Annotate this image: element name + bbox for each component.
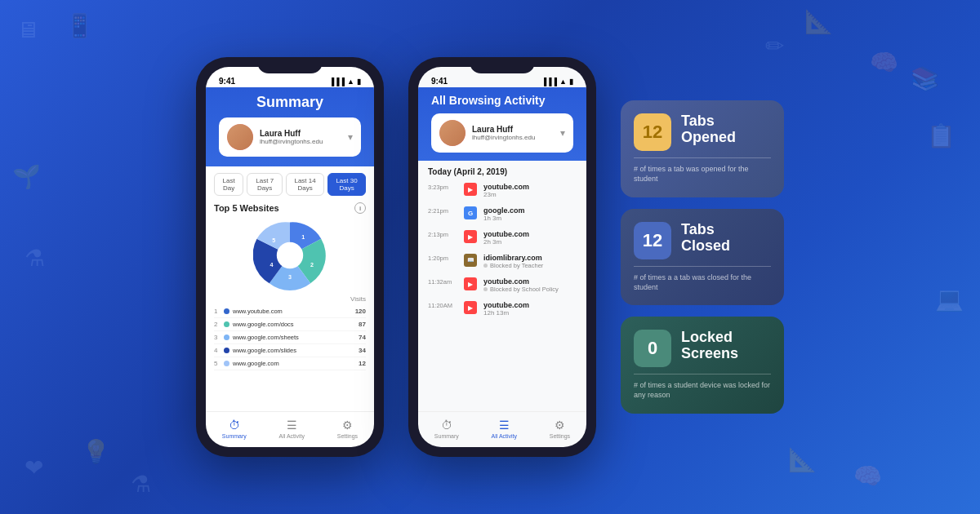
- visits-header: Visits: [214, 295, 366, 303]
- summary-nav-icon: ⏱: [229, 419, 240, 432]
- main-container: 9:41 ▐▐▐ ▲ ▮ Summary Laura Huff lhuff@ir…: [0, 0, 980, 514]
- summary-header: Summary Laura Huff lhuff@irvingtonhs.edu…: [206, 87, 374, 166]
- nav-summary-1[interactable]: ⏱ Summary: [222, 419, 247, 439]
- chart-section-title: Top 5 Websites i: [214, 202, 366, 214]
- activity-icon-2: ▶: [464, 230, 477, 243]
- user-name-1: Laura Huff: [260, 129, 341, 138]
- user-email-1: lhuff@irvingtonhs.edu: [260, 138, 341, 145]
- locked-screens-title: LockedScreens: [681, 330, 771, 362]
- divider-3: [634, 374, 771, 374]
- phone-notch-2: [470, 57, 535, 73]
- summary-title: Summary: [219, 94, 361, 111]
- activity-time-4: 11:32am: [428, 277, 457, 286]
- avatar-1: [227, 124, 253, 150]
- user-name-2: Laura Huff: [472, 125, 554, 134]
- activity-row-4: 11:32am ▶ youtube.com Blocked by School …: [428, 277, 577, 293]
- tabs-opened-number: 12: [634, 113, 671, 151]
- nav-activity-1[interactable]: ☰ All Activity: [279, 419, 305, 439]
- status-icons-1: ▐▐▐ ▲ ▮: [329, 78, 361, 86]
- activity-info-0: youtube.com 23m: [483, 183, 577, 198]
- activity-info-4: youtube.com Blocked by School Policy: [483, 277, 577, 293]
- activity-time-3: 1:20pm: [428, 254, 457, 262]
- block-dot-4: [483, 287, 488, 291]
- summary-nav-icon-2: ⏱: [441, 419, 452, 432]
- activity-info-1: google.com 1h 3m: [483, 206, 577, 222]
- nav-settings-1[interactable]: ⚙ Settings: [337, 419, 358, 439]
- chevron-down-icon-1: ▾: [348, 131, 353, 143]
- activity-time-2: 2:13pm: [428, 230, 457, 238]
- settings-nav-icon-2: ⚙: [555, 419, 565, 432]
- locked-screens-number: 0: [634, 330, 671, 367]
- tabs-opened-content: 12 TabsOpened: [634, 113, 771, 151]
- summary-content: Top 5 Websites i: [206, 202, 374, 411]
- bottom-nav-2: ⏱ Summary ☰ All Activity ⚙ Settings: [418, 411, 586, 447]
- block-indicator-4: Blocked by School Policy: [483, 286, 577, 293]
- svg-point-0: [277, 242, 303, 268]
- nav-settings-2[interactable]: ⚙ Settings: [550, 419, 570, 439]
- locked-screens-card: 0 LockedScreens # of times a student dev…: [621, 317, 784, 413]
- status-bar-1: 9:41 ▐▐▐ ▲ ▮: [206, 72, 374, 87]
- locked-screens-content: 0 LockedScreens: [634, 330, 771, 367]
- tabs-opened-title: TabsOpened: [681, 113, 771, 146]
- activity-time-5: 11:20AM: [428, 301, 457, 309]
- activity-title: All Browsing Activity: [431, 94, 573, 107]
- activity-row-2: 2:13pm ▶ youtube.com 2h 3m: [428, 230, 577, 246]
- tabs-closed-number: 12: [634, 222, 671, 259]
- activity-row-1: 2:21pm G google.com 1h 3m: [428, 206, 577, 222]
- settings-nav-icon: ⚙: [342, 419, 353, 432]
- status-time-2: 9:41: [431, 77, 448, 86]
- status-icons-2: ▐▐▐ ▲ ▮: [541, 78, 573, 86]
- visit-row-3: 3 www.google.com/sheets 74: [214, 331, 366, 344]
- activity-date: Today (April 2, 2019): [428, 167, 577, 176]
- phone-summary: 9:41 ▐▐▐ ▲ ▮ Summary Laura Huff lhuff@ir…: [196, 57, 384, 457]
- locked-screens-desc: # of times a student device was locked f…: [634, 381, 771, 400]
- wifi-icon: ▲: [347, 78, 354, 86]
- nav-activity-2[interactable]: ☰ All Activity: [492, 419, 518, 439]
- pie-chart: 1 2 3 4 5: [253, 219, 327, 292]
- battery-icon: ▮: [357, 78, 361, 86]
- user-card-2[interactable]: Laura Huff lhuff@irvingtonhs.edu ▾: [431, 113, 573, 153]
- phone-activity: 9:41 ▐▐▐ ▲ ▮ All Browsing Activity Laura…: [408, 57, 596, 457]
- phone-screen-activity: 9:41 ▐▐▐ ▲ ▮ All Browsing Activity Laura…: [418, 67, 586, 447]
- filter-last-day[interactable]: Last Day: [214, 173, 243, 196]
- svg-text:1: 1: [301, 233, 305, 241]
- svg-text:3: 3: [288, 273, 292, 281]
- visit-dot-1: [224, 308, 229, 314]
- visit-dot-3: [224, 335, 229, 340]
- activity-icon-4: ▶: [464, 277, 477, 290]
- bottom-nav-1: ⏱ Summary ☰ All Activity ⚙ Settings: [206, 411, 374, 447]
- pie-chart-container: 1 2 3 4 5: [214, 219, 366, 292]
- visit-row-4: 4 www.google.com/slides 34: [214, 344, 366, 357]
- visit-row-5: 5 www.google.com 12: [214, 357, 366, 370]
- tabs-opened-text: TabsOpened: [681, 113, 771, 146]
- user-info-2: Laura Huff lhuff@irvingtonhs.edu: [472, 125, 554, 141]
- activity-time-1: 2:21pm: [428, 206, 457, 215]
- phone-notch: [257, 57, 323, 73]
- divider-1: [634, 157, 771, 158]
- activity-info-3: idiomlibrary.com Blocked by Teacher: [483, 254, 577, 269]
- avatar-2: [439, 120, 466, 146]
- visit-row-2: 2 www.google.com/docs 87: [214, 318, 366, 331]
- info-icon[interactable]: i: [354, 202, 366, 214]
- signal-icon: ▐▐▐: [329, 78, 345, 86]
- block-indicator-3: Blocked by Teacher: [483, 262, 577, 269]
- tabs-closed-card: 12 TabsClosed # of times a a tab was clo…: [621, 209, 784, 305]
- tabs-closed-title: TabsClosed: [681, 222, 771, 255]
- locked-screens-text: LockedScreens: [681, 330, 771, 362]
- activity-nav-icon: ☰: [287, 419, 297, 432]
- wifi-icon-2: ▲: [559, 78, 567, 86]
- filter-7days[interactable]: Last 7 Days: [247, 173, 283, 196]
- filter-30days[interactable]: Last 30 Days: [327, 173, 366, 196]
- user-card-1[interactable]: Laura Huff lhuff@irvingtonhs.edu ▾: [219, 117, 361, 157]
- nav-summary-2[interactable]: ⏱ Summary: [434, 419, 459, 439]
- activity-icon-5: ▶: [464, 301, 477, 314]
- svg-text:4: 4: [270, 261, 274, 268]
- signal-icon-2: ▐▐▐: [541, 78, 557, 86]
- tabs-closed-content: 12 TabsClosed: [634, 222, 771, 259]
- battery-icon-2: ▮: [569, 78, 573, 86]
- filter-14days[interactable]: Last 14 Days: [286, 173, 324, 196]
- visit-dot-5: [224, 361, 229, 366]
- status-time-1: 9:41: [219, 77, 235, 86]
- right-panel: 12 TabsOpened # of times a tab was opene…: [621, 100, 784, 413]
- status-bar-2: 9:41 ▐▐▐ ▲ ▮: [418, 72, 586, 87]
